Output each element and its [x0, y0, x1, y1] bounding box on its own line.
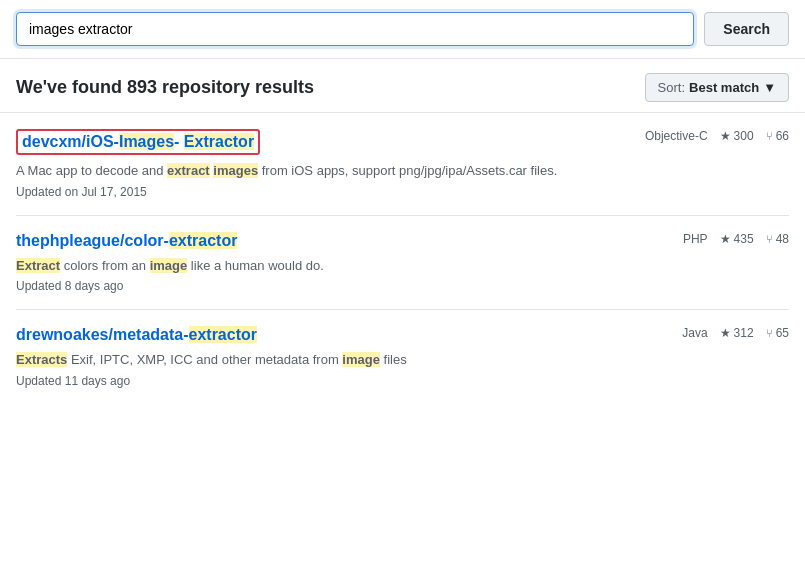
star-icon — [720, 326, 731, 340]
forks-count: 48 — [776, 232, 789, 246]
result-lang: Objective-C — [645, 129, 708, 143]
result-title-link[interactable]: devcxm/iOS-Images- Extractor — [16, 129, 260, 155]
result-stars: 435 — [720, 232, 754, 246]
result-title-link[interactable]: drewnoakes/metadata-extractor — [16, 326, 257, 344]
fork-icon — [766, 232, 773, 246]
highlight-extracts-3: Extracts — [16, 352, 67, 367]
search-input[interactable]: images extractor — [16, 12, 694, 46]
sort-value: Best match — [689, 80, 759, 95]
result-title-row: drewnoakes/metadata-extractor Java 312 6… — [16, 326, 789, 344]
result-meta: PHP 435 48 — [683, 232, 789, 246]
sort-dropdown[interactable]: Sort: Best match ▼ — [645, 73, 789, 102]
fork-icon — [766, 129, 773, 143]
result-lang: Java — [682, 326, 707, 340]
title-highlight-extractor-1: Extractor — [184, 133, 254, 150]
results-header: We've found 893 repository results Sort:… — [0, 59, 805, 113]
fork-icon — [766, 326, 773, 340]
result-description: Extracts Exif, IPTC, XMP, ICC and other … — [16, 350, 789, 370]
title-highlight-extractor-3: extractor — [189, 326, 257, 343]
stars-count: 435 — [734, 232, 754, 246]
sort-label: Sort: — [658, 80, 685, 95]
result-stars: 300 — [720, 129, 754, 143]
forks-count: 66 — [776, 129, 789, 143]
list-item: devcxm/iOS-Images- Extractor Objective-C… — [16, 113, 789, 216]
result-description: A Mac app to decode and extract images f… — [16, 161, 789, 181]
title-highlight-images: Images — [119, 133, 174, 150]
result-description: Extract colors from an image like a huma… — [16, 256, 789, 276]
chevron-down-icon: ▼ — [763, 80, 776, 95]
result-lang: PHP — [683, 232, 708, 246]
star-icon — [720, 129, 731, 143]
results-count: We've found 893 repository results — [16, 77, 314, 98]
title-sep-1: - — [174, 133, 184, 150]
result-updated: Updated 8 days ago — [16, 279, 789, 293]
result-title-highlighted: devcxm/iOS-Images- Extractor — [16, 129, 260, 155]
stars-count: 300 — [734, 129, 754, 143]
highlight-extract-2: Extract — [16, 258, 60, 273]
result-forks: 65 — [766, 326, 789, 340]
result-forks: 66 — [766, 129, 789, 143]
title-plain-1: devcxm/iOS- — [22, 133, 119, 150]
list-item: thephpleague/color-extractor PHP 435 48 … — [16, 216, 789, 311]
result-title-row: devcxm/iOS-Images- Extractor Objective-C… — [16, 129, 789, 155]
forks-count: 65 — [776, 326, 789, 340]
list-item: drewnoakes/metadata-extractor Java 312 6… — [16, 310, 789, 404]
result-updated: Updated 11 days ago — [16, 374, 789, 388]
result-meta: Java 312 65 — [682, 326, 789, 340]
star-icon — [720, 232, 731, 246]
title-highlight-extractor-2: extractor — [169, 232, 237, 249]
result-meta: Objective-C 300 66 — [645, 129, 789, 143]
result-title-link[interactable]: thephpleague/color-extractor — [16, 232, 237, 250]
highlight-extract: extract — [167, 163, 210, 178]
highlight-image-2: image — [150, 258, 188, 273]
title-plain-3: drewnoakes/metadata- — [16, 326, 189, 343]
result-updated: Updated on Jul 17, 2015 — [16, 185, 789, 199]
title-plain-2: thephpleague/color- — [16, 232, 169, 249]
result-stars: 312 — [720, 326, 754, 340]
stars-count: 312 — [734, 326, 754, 340]
results-list: devcxm/iOS-Images- Extractor Objective-C… — [0, 113, 805, 404]
search-bar: images extractor Search — [0, 0, 805, 59]
result-forks: 48 — [766, 232, 789, 246]
result-title-row: thephpleague/color-extractor PHP 435 48 — [16, 232, 789, 250]
highlight-image-3: image — [342, 352, 380, 367]
highlight-images: images — [213, 163, 258, 178]
search-button[interactable]: Search — [704, 12, 789, 46]
